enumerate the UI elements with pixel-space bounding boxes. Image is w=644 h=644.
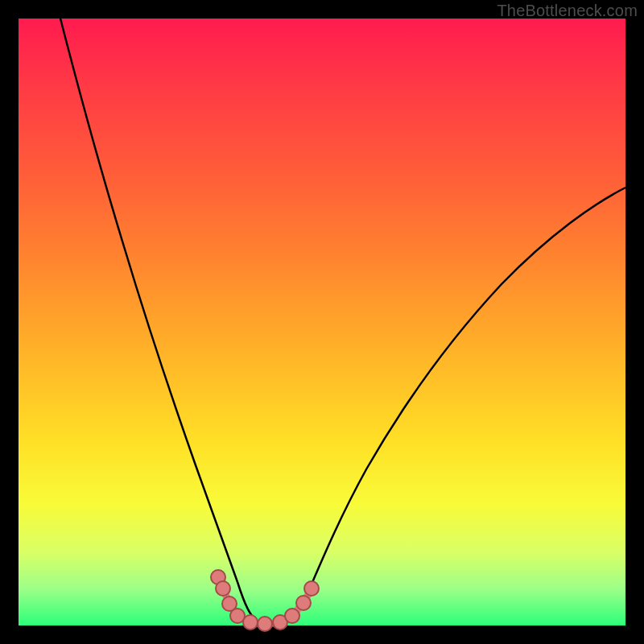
valley-marker-dot <box>304 581 319 596</box>
watermark-text: TheBottleneck.com <box>497 2 638 20</box>
valley-marker-dot <box>243 615 258 630</box>
valley-marker-dot <box>285 609 299 623</box>
valley-marker-dot <box>296 596 311 610</box>
curve-group <box>60 19 625 624</box>
valley-marker-dot <box>258 617 272 631</box>
valley-markers <box>211 570 319 631</box>
valley-marker-dot <box>216 581 230 596</box>
chart-stage: TheBottleneck.com <box>0 0 644 644</box>
chart-svg <box>19 19 625 625</box>
curve-right-ascent <box>308 188 625 592</box>
curve-left-descent <box>60 19 237 582</box>
plot-area <box>19 19 625 625</box>
